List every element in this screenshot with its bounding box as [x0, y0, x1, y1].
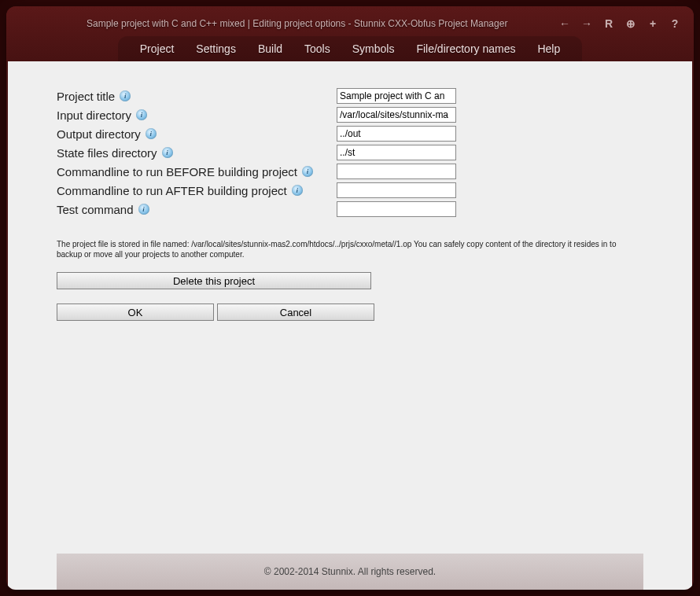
info-icon[interactable]: i [146, 128, 157, 139]
delete-project-button[interactable]: Delete this project [57, 272, 371, 289]
back-icon[interactable]: ← [558, 17, 571, 30]
menu-symbols[interactable]: Symbols [349, 41, 398, 57]
form: Project title i Input directory i Output… [57, 86, 643, 219]
info-icon[interactable]: i [120, 90, 131, 101]
page-title: Sample project with C and C++ mixed | Ed… [87, 18, 507, 29]
label-test-command: Test command [57, 203, 134, 216]
menu-file-directory-names[interactable]: File/directory names [413, 41, 518, 57]
label-cmd-before: Commandline to run BEFORE building proje… [57, 165, 297, 178]
info-icon[interactable]: i [302, 166, 313, 177]
app-backdrop: Sample project with C and C++ mixed | Ed… [0, 0, 700, 596]
info-icon[interactable]: i [138, 204, 149, 215]
plus-icon[interactable]: + [647, 17, 659, 30]
label-project-title: Project title [57, 90, 115, 103]
circle-plus-icon[interactable]: ⊕ [624, 17, 637, 30]
ok-button[interactable]: OK [57, 304, 214, 321]
menu-project[interactable]: Project [137, 41, 178, 57]
label-state-files-directory: State files directory [57, 146, 157, 160]
menu-help[interactable]: Help [534, 41, 563, 57]
cmd-after-field[interactable] [337, 182, 456, 198]
cmd-before-field[interactable] [337, 164, 456, 179]
label-output-directory: Output directory [57, 127, 141, 141]
reload-icon[interactable]: R [602, 17, 615, 30]
menu-settings[interactable]: Settings [193, 41, 239, 57]
input-directory-field[interactable] [337, 107, 456, 123]
state-files-directory-field[interactable] [337, 145, 456, 160]
info-icon[interactable]: i [292, 185, 303, 196]
menu-tools[interactable]: Tools [301, 41, 333, 57]
header: Sample project with C and C++ mixed | Ed… [6, 6, 694, 61]
forward-icon[interactable]: → [580, 17, 593, 30]
cancel-button[interactable]: Cancel [217, 304, 374, 321]
menu-build[interactable]: Build [255, 41, 286, 57]
footer-text: © 2002-2014 Stunnix. All rights reserved… [264, 566, 436, 577]
test-command-field[interactable] [337, 201, 456, 217]
label-cmd-after: Commandline to run AFTER building projec… [57, 184, 287, 197]
footer: © 2002-2014 Stunnix. All rights reserved… [57, 554, 643, 590]
project-title-field[interactable] [337, 88, 456, 104]
project-file-note: The project file is stored in file named… [57, 239, 639, 259]
help-icon[interactable]: ? [669, 17, 681, 30]
info-icon[interactable]: i [162, 147, 173, 158]
app-window: Sample project with C and C++ mixed | Ed… [6, 6, 694, 590]
info-icon[interactable]: i [136, 109, 147, 120]
menubar: Project Settings Build Tools Symbols Fil… [118, 36, 583, 61]
label-input-directory: Input directory [57, 109, 131, 122]
content: Project title i Input directory i Output… [8, 61, 692, 590]
output-directory-field[interactable] [337, 126, 456, 142]
header-icons: ← → R ⊕ + ? [558, 17, 684, 30]
